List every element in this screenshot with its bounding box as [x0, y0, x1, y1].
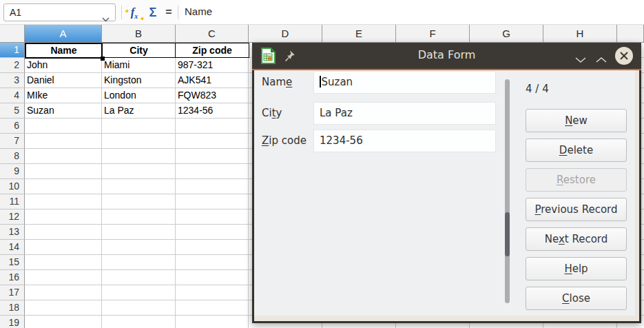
column-header-F[interactable]: F [396, 25, 470, 43]
header-cell-zip-code[interactable]: Zip code [175, 43, 249, 58]
text-caret [320, 76, 321, 88]
dialog-scrollbar[interactable] [505, 79, 510, 303]
row-header-7[interactable]: 7 [0, 134, 25, 149]
city-label: City [262, 107, 282, 119]
row-header-6[interactable]: 6 [0, 119, 25, 134]
help-button[interactable]: Help [526, 257, 627, 280]
new-button[interactable]: New [526, 109, 627, 132]
scrollbar-thumb[interactable] [505, 212, 510, 256]
column-header-D[interactable]: D [249, 25, 322, 43]
cell-C3[interactable]: AJK541 [176, 73, 249, 88]
column-headers: ABCDEFGH [0, 25, 644, 43]
data-form-dialog: Data Form NameSuzanCityLa PazZip code123… [252, 43, 641, 323]
function-wizard-icon[interactable]: ✦fx✦ [126, 3, 143, 21]
row-headers: 12345678910111213141516171819 [0, 43, 25, 328]
cell-B4[interactable]: London [102, 88, 176, 103]
column-header-partial[interactable] [617, 25, 644, 43]
zip-code-label: Zip code [262, 134, 307, 147]
cell-C5[interactable]: 1234-56 [176, 103, 249, 119]
formula-toolbar: A1 ✦fx✦ Σ = Name [0, 0, 644, 25]
header-cell-city[interactable]: City [101, 43, 176, 58]
row-header-8[interactable]: 8 [0, 149, 25, 164]
row-header-15[interactable]: 15 [0, 255, 25, 270]
row-header-16[interactable]: 16 [0, 270, 25, 285]
cell-C4[interactable]: FQW823 [176, 88, 249, 103]
close-button[interactable]: Close [526, 287, 627, 310]
row-header-13[interactable]: 13 [0, 225, 25, 240]
close-icon[interactable] [615, 47, 633, 65]
delete-button[interactable]: Delete [526, 139, 627, 162]
cell-A5[interactable]: Suzan [25, 103, 102, 119]
name-field[interactable]: Suzan [313, 71, 496, 94]
row-header-9[interactable]: 9 [0, 164, 25, 179]
row-header-18[interactable]: 18 [0, 300, 25, 316]
name-box-value: A1 [10, 7, 21, 18]
zip-code-field[interactable]: 1234-56 [313, 130, 496, 152]
name-box[interactable]: A1 [3, 3, 116, 21]
cell-B2[interactable]: Miami [102, 58, 176, 73]
row-header-4[interactable]: 4 [0, 88, 25, 103]
cell-C2[interactable]: 987-321 [176, 58, 249, 73]
row-header-1[interactable]: 1 [0, 43, 25, 58]
city-field[interactable]: La Paz [313, 102, 496, 125]
cell-A3[interactable]: Daniel [25, 73, 102, 88]
row-header-12[interactable]: 12 [0, 209, 25, 225]
row-header-17[interactable]: 17 [0, 285, 25, 300]
app-window: A1 ✦fx✦ Σ = Name ABCDEFGH 12345678910111… [0, 0, 644, 328]
column-header-B[interactable]: B [102, 25, 176, 43]
formula-input[interactable]: Name [180, 0, 644, 24]
row-header-19[interactable]: 19 [0, 316, 25, 328]
shade-chevron-down-icon[interactable] [574, 53, 587, 66]
column-header-H[interactable]: H [543, 25, 617, 43]
next-record-button[interactable]: Next Record [526, 227, 627, 251]
column-header-A[interactable]: A [25, 25, 102, 43]
record-counter: 4 / 4 [526, 83, 549, 95]
row-header-3[interactable]: 3 [0, 73, 25, 88]
previous-record-button[interactable]: Previous Record [526, 198, 627, 221]
toolbar-separator [121, 6, 122, 19]
shade-chevron-up-icon[interactable] [595, 53, 607, 66]
row-header-14[interactable]: 14 [0, 240, 25, 255]
selection-fill-handle[interactable] [101, 57, 105, 61]
name-label: Name [262, 76, 292, 88]
cell-B5[interactable]: La Paz [102, 103, 176, 119]
equals-icon[interactable]: = [163, 3, 175, 21]
formula-text: Name [185, 6, 212, 17]
column-header-C[interactable]: C [176, 25, 249, 43]
row-header-10[interactable]: 10 [0, 179, 25, 194]
cell-A4[interactable]: MIke [25, 88, 102, 103]
column-header-G[interactable]: G [470, 25, 543, 43]
toolbar-separator [178, 6, 178, 19]
row-header-11[interactable]: 11 [0, 194, 25, 209]
dialog-titlebar[interactable]: Data Form [252, 43, 641, 69]
cell-B3[interactable]: Kingston [102, 73, 176, 88]
row-header-5[interactable]: 5 [0, 103, 25, 119]
row-header-2[interactable]: 2 [0, 58, 25, 73]
selected-cell-outline [25, 43, 103, 59]
select-all-corner[interactable] [0, 25, 25, 43]
sum-icon[interactable]: Σ [145, 3, 160, 21]
restore-button: Restore [526, 168, 627, 192]
cell-A2[interactable]: John [25, 58, 102, 73]
column-header-E[interactable]: E [322, 25, 396, 43]
